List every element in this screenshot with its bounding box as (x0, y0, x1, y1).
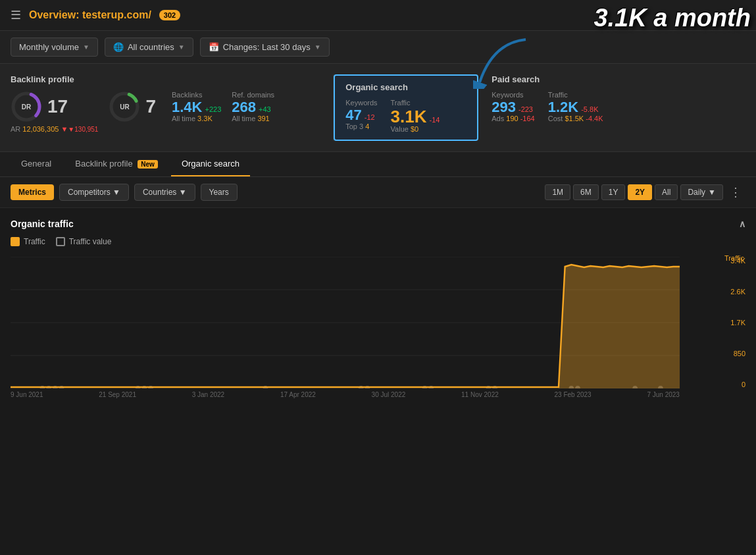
ur-metric: UR 7 (109, 91, 156, 122)
tab-backlink-profile[interactable]: Backlink profile New (64, 152, 168, 176)
competitors-button[interactable]: Competitors ▼ (59, 184, 129, 201)
time-1y[interactable]: 1Y (601, 184, 626, 200)
granularity-button[interactable]: Daily ▼ (680, 184, 723, 200)
menu-icon[interactable]: ☰ (11, 8, 21, 22)
dr-metric: DR 17 AR 12,036,305 ▼▼130,951 (11, 91, 98, 133)
traffic-checkbox[interactable] (11, 237, 20, 246)
tab-organic-search[interactable]: Organic search (171, 152, 250, 176)
legend-traffic-value[interactable]: Traffic value (56, 237, 112, 246)
y-label-0: 0 (730, 381, 745, 388)
paid-search-card: Paid search Keywords 293 -223 Ads 190 -1… (478, 74, 745, 141)
subfilter-row: Metrics Competitors ▼ Countries ▼ Years … (0, 177, 756, 208)
time-6m[interactable]: 6M (573, 184, 599, 200)
dr-circle: DR (11, 91, 42, 122)
organic-traffic-section: Organic traffic ∧ Traffic Traffic value … (0, 208, 756, 409)
calendar-icon: 📅 (209, 42, 219, 52)
all-countries-filter[interactable]: 🌐 All countries ▼ (105, 38, 193, 57)
traffic-chart (11, 257, 680, 388)
chevron-down-icon: ▼ (708, 188, 716, 197)
section-title: Organic traffic (11, 219, 74, 229)
new-badge: New (138, 160, 158, 169)
paid-traffic-metric: Traffic 1.2K -5.8K Cost $1.5K -4.4K (548, 91, 603, 122)
time-1m[interactable]: 1M (545, 184, 570, 200)
svg-marker-28 (559, 265, 680, 388)
y-label-3400: 3.4K (730, 257, 745, 265)
chevron-down-icon: ▼ (83, 43, 89, 51)
metrics-cards-row: Backlink profile DR 17 (0, 64, 756, 152)
backlink-profile-card: Backlink profile DR 17 (11, 74, 334, 141)
y-label-850: 850 (730, 350, 745, 357)
chart-x-labels: 9 Jun 2021 21 Sep 2021 3 Jan 2022 17 Apr… (11, 391, 713, 398)
chevron-down-icon: ▼ (178, 43, 185, 51)
backlinks-metric: Backlinks 1.4K +223 All time 3.3K (172, 91, 221, 122)
chevron-down-icon: ▼ (315, 43, 321, 51)
topbar: ☰ Overview: testerup.com/ 302 (0, 0, 756, 31)
organic-traffic-metric: Traffic 3.1K -14 Value $0 (391, 99, 440, 133)
ref-domains-metric: Ref. domains 268 +43 All time 391 (232, 91, 274, 122)
monthly-volume-filter[interactable]: Monthly volume ▼ (11, 38, 98, 57)
y-label-2600: 2.6K (730, 288, 745, 296)
time-2y[interactable]: 2Y (628, 184, 652, 200)
more-options-button[interactable]: ⋮ (726, 185, 745, 199)
changes-filter[interactable]: 📅 Changes: Last 30 days ▼ (200, 38, 330, 57)
y-label-1700: 1.7K (730, 319, 745, 327)
organic-search-card: Organic search Keywords 47 -12 Top 3 4 T… (334, 74, 478, 141)
tab-general[interactable]: General (11, 152, 62, 176)
chevron-down-icon: ▼ (179, 188, 187, 197)
chevron-down-icon: ▼ (113, 188, 120, 197)
ur-circle: UR (109, 91, 140, 122)
site-badge: 302 (159, 10, 180, 20)
legend-traffic[interactable]: Traffic (11, 237, 45, 246)
organic-keywords-metric: Keywords 47 -12 Top 3 4 (345, 99, 377, 130)
time-all[interactable]: All (655, 184, 678, 200)
chart-wrapper: Traffic (11, 257, 745, 398)
globe-icon: 🌐 (113, 42, 124, 52)
paid-keywords-metric: Keywords 293 -223 Ads 190 -164 (491, 91, 534, 122)
chart-legend: Traffic Traffic value (11, 237, 745, 246)
traffic-value-checkbox[interactable] (56, 237, 65, 246)
filter-bar: Monthly volume ▼ 🌐 All countries ▼ 📅 Cha… (0, 31, 756, 64)
time-range-buttons: 1M 6M 1Y 2Y All Daily ▼ ⋮ (545, 184, 745, 200)
countries-button[interactable]: Countries ▼ (134, 184, 195, 201)
page-title: Overview: testerup.com/ (29, 9, 151, 21)
years-button[interactable]: Years (201, 184, 238, 201)
collapse-icon[interactable]: ∧ (739, 219, 745, 229)
tabs-row: General Backlink profile New Organic sea… (0, 152, 756, 177)
metrics-button[interactable]: Metrics (11, 184, 54, 200)
